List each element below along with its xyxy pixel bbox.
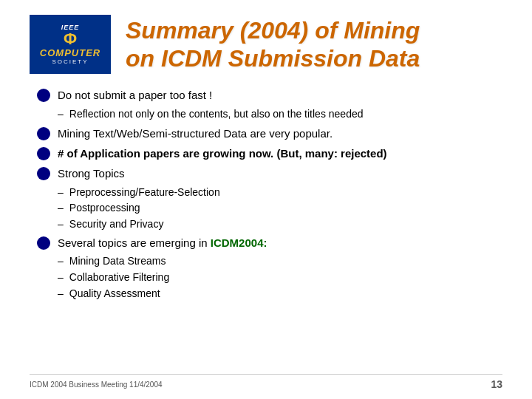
sub-item-5-3: – Quality Assessment — [58, 287, 502, 301]
sub-list-5: – Mining Data Streams – Collaborative Fi… — [58, 254, 502, 301]
logo-computer-text: Computer — [40, 47, 100, 58]
dash-icon: – — [58, 254, 64, 269]
sub-list-1: – Reflection not only on the contents, b… — [58, 107, 502, 122]
header: IEEE Φ Computer Society Summary (2004) o… — [30, 15, 502, 74]
sub-text-1-1: Reflection not only on the contents, but… — [69, 107, 364, 122]
icdm-highlight: ICDM2004: — [211, 236, 267, 249]
bullet-text-5: Several topics are emerging in ICDM2004: — [58, 235, 502, 250]
sub-text-4-3: Security and Privacy — [69, 217, 164, 232]
bullet-text-4: Strong Topics — [58, 166, 502, 181]
sub-text-5-2: Collaborative Filtering — [69, 270, 169, 285]
footer-left-text: ICDM 2004 Business Meeting 11/4/2004 — [30, 381, 163, 389]
sub-item-1-1: – Reflection not only on the contents, b… — [58, 107, 502, 122]
bullet-text-3: # of Application papers are growing now.… — [58, 146, 502, 161]
sub-item-4-3: – Security and Privacy — [58, 217, 502, 232]
footer-page-number: 13 — [491, 378, 502, 390]
slide: IEEE Φ Computer Society Summary (2004) o… — [0, 0, 532, 399]
bullet-5: Several topics are emerging in ICDM2004: — [37, 235, 502, 250]
bullet-text-2: Mining Text/Web/Semi-structured Data are… — [58, 126, 502, 141]
dash-icon: – — [58, 270, 64, 285]
sub-item-4-2: – Postprocessing — [58, 201, 502, 216]
sub-item-5-1: – Mining Data Streams — [58, 254, 502, 269]
dash-icon: – — [58, 107, 64, 122]
bullet-text-1: Do not submit a paper too fast ! — [58, 87, 502, 103]
bullet-2: Mining Text/Web/Semi-structured Data are… — [37, 126, 502, 141]
sub-list-4: – Preprocessing/Feature-Selection – Post… — [58, 185, 502, 232]
bullet-dot-3 — [37, 147, 50, 160]
bullet-4: Strong Topics — [37, 166, 502, 181]
sub-text-5-3: Quality Assessment — [69, 287, 160, 301]
title-line1: Summary (2004) of Mining — [126, 16, 420, 44]
bullet-3: # of Application papers are growing now.… — [37, 146, 502, 161]
footer: ICDM 2004 Business Meeting 11/4/2004 13 — [30, 374, 502, 390]
bullet-1: Do not submit a paper too fast ! — [37, 87, 502, 103]
title-line2: on ICDM Submission Data — [126, 44, 420, 72]
bullet-dot-1 — [37, 89, 50, 102]
bullet-dot-4 — [37, 167, 50, 180]
logo-phi-symbol: Φ — [64, 31, 77, 47]
sub-text-4-1: Preprocessing/Feature-Selection — [69, 185, 220, 200]
dash-icon: – — [58, 287, 64, 301]
slide-title: Summary (2004) of Mining on ICDM Submiss… — [126, 16, 420, 73]
sub-text-5-1: Mining Data Streams — [69, 254, 166, 269]
bullet-dot-2 — [37, 127, 50, 140]
sub-text-4-2: Postprocessing — [69, 201, 140, 216]
content-area: Do not submit a paper too fast ! – Refle… — [30, 87, 502, 301]
sub-item-5-2: – Collaborative Filtering — [58, 270, 502, 285]
dash-icon: – — [58, 185, 64, 200]
ieee-logo: IEEE Φ Computer Society — [30, 15, 111, 74]
dash-icon: – — [58, 217, 64, 232]
logo-society-text: Society — [52, 58, 88, 65]
sub-item-4-1: – Preprocessing/Feature-Selection — [58, 185, 502, 200]
dash-icon: – — [58, 201, 64, 216]
bullet-dot-5 — [37, 236, 50, 250]
